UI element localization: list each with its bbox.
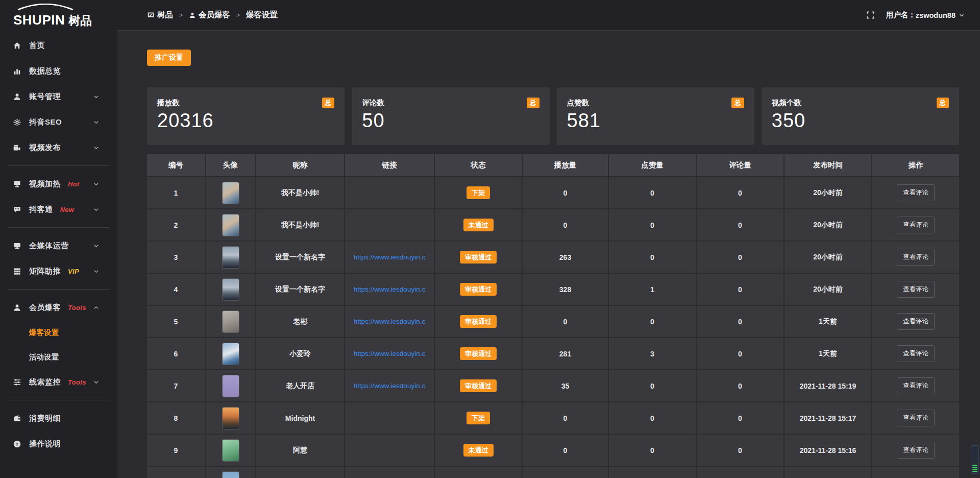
logo-arc: [14, 4, 77, 10]
chevron-down-icon: [91, 181, 101, 187]
total-badge: 总: [937, 98, 949, 108]
video-link[interactable]: https://www.iesdouyin.c: [354, 382, 425, 390]
home-icon: [12, 41, 21, 50]
promo-settings-button[interactable]: 推广设置: [147, 50, 191, 66]
sidebar-subitem-12-1[interactable]: 活动设置: [0, 345, 117, 369]
view-comments-button[interactable]: 查看评论: [897, 184, 935, 201]
stat-card-2: 点赞数581总: [557, 87, 754, 145]
sidebar-item-1[interactable]: 数据总览: [0, 58, 117, 84]
view-comments-button[interactable]: 查看评论: [897, 345, 935, 362]
cell-avatar: [206, 435, 256, 466]
sidebar-item-15[interactable]: 消费明细: [0, 405, 117, 431]
main-area: 树品 > 会员爆客 > 爆客设置: [117, 0, 980, 478]
view-comments-button[interactable]: 查看评论: [897, 377, 935, 394]
sidebar-item-3[interactable]: 抖音SEO: [0, 109, 117, 135]
menu-divider: [8, 227, 109, 228]
user-menu[interactable]: 用户名： zswodun88: [886, 10, 965, 20]
sidebar-subitem-label: 爆客设置: [29, 328, 59, 338]
floating-widget[interactable]: [971, 445, 979, 474]
column-header-3: 链接: [345, 154, 435, 176]
cell-likes: 1: [609, 274, 697, 305]
column-header-5: 播放量: [523, 154, 609, 176]
gear-icon: [12, 118, 21, 127]
video-link[interactable]: https://www.iesdouyin.c: [354, 318, 425, 325]
cell-comments: 0: [697, 435, 785, 466]
cell-actions: 查看评论: [872, 402, 959, 434]
sidebar-item-label: 消费明细: [29, 414, 61, 423]
sidebar-item-0[interactable]: 首页: [0, 33, 117, 58]
video-link[interactable]: https://www.iesdouyin.c: [354, 285, 425, 293]
chevron-up-icon: [91, 304, 101, 311]
stat-label: 视频个数: [772, 98, 949, 108]
stat-label: 播放数: [157, 98, 334, 108]
cell-status: 审核通过: [435, 370, 523, 401]
cell-actions: 查看评论: [872, 242, 959, 273]
view-comments-button[interactable]: 查看评论: [897, 249, 935, 266]
sidebar-item-16[interactable]: ?操作说明: [0, 431, 117, 457]
brand-logo: SHUPIN 树品: [0, 0, 117, 31]
table-row: 10: [147, 467, 959, 478]
chevron-down-icon: [91, 93, 101, 100]
cell-id: 7: [147, 370, 206, 401]
cell-comments: 0: [697, 242, 785, 273]
username-label: 用户名：: [886, 10, 916, 20]
sidebar-item-2[interactable]: 账号管理: [0, 84, 117, 109]
sidebar-item-13[interactable]: 线索监控Tools: [0, 369, 117, 395]
table-row: 2我不是小帅!未通过00020小时前查看评论: [147, 209, 959, 241]
chevron-down-icon: [91, 145, 101, 151]
cell-publish-time: 20小时前: [785, 177, 872, 208]
sidebar-subitem-12-0[interactable]: 爆客设置: [0, 320, 117, 345]
avatar: [223, 440, 239, 461]
view-comments-button[interactable]: 查看评论: [897, 442, 935, 459]
content: 推广设置 播放数20316总评论数50总点赞数581总视频个数350总 编号头像…: [117, 31, 980, 478]
cell-actions: 查看评论: [872, 338, 959, 369]
cell-status: 审核通过: [435, 338, 523, 369]
cell-publish-time: 1天前: [785, 306, 872, 337]
cell-status: 下架: [435, 177, 523, 208]
cell-status: [435, 467, 523, 478]
view-comments-button[interactable]: 查看评论: [897, 217, 935, 233]
cell-likes: 0: [609, 242, 697, 273]
cell-plays: 0: [523, 177, 609, 208]
breadcrumb-item-home[interactable]: 树品: [147, 10, 173, 20]
sidebar: SHUPIN 树品 首页数据总览账号管理抖音SEO视频发布视频加热Hot抖客通N…: [0, 0, 117, 478]
cell-nickname: 设置一个新名字: [256, 242, 345, 273]
sidebar-item-4[interactable]: 视频发布: [0, 135, 117, 160]
sidebar-item-12[interactable]: 会员爆客Tools: [0, 295, 117, 320]
cell-nickname: 我不是小帅!: [256, 177, 345, 208]
view-comments-button[interactable]: 查看评论: [897, 281, 935, 298]
cell-avatar: [206, 402, 256, 434]
heat-icon: [12, 180, 21, 188]
view-comments-button[interactable]: 查看评论: [897, 313, 935, 330]
cell-likes: 0: [609, 370, 697, 401]
video-link[interactable]: https://www.iesdouyin.c: [354, 350, 425, 357]
sidebar-item-6[interactable]: 视频加热Hot: [0, 171, 117, 197]
video-link[interactable]: https://www.iesdouyin.c: [354, 253, 425, 261]
view-comments-button[interactable]: 查看评论: [897, 410, 935, 426]
sidebar-item-9[interactable]: 全媒体运营: [0, 233, 117, 258]
fullscreen-icon[interactable]: [866, 11, 875, 19]
sidebar-item-label: 视频加热: [29, 179, 61, 189]
menu-badge: VIP: [68, 268, 79, 275]
cell-comments: 0: [697, 306, 785, 337]
column-header-1: 头像: [206, 154, 256, 176]
cell-nickname: 设置一个新名字: [256, 274, 345, 305]
breadcrumb-item-section[interactable]: 会员爆客: [189, 10, 230, 20]
stat-value: 20316: [157, 110, 334, 132]
cell-likes: [609, 467, 697, 478]
stat-label: 点赞数: [567, 98, 744, 108]
svg-text:?: ?: [15, 441, 18, 446]
sidebar-item-label: 会员爆客: [29, 303, 61, 313]
sidebar-item-label: 抖客通: [29, 205, 53, 214]
sidebar-item-label: 线索监控: [29, 377, 61, 387]
sidebar-item-10[interactable]: 矩阵助推VIP: [0, 258, 117, 284]
cell-id: 2: [147, 209, 206, 241]
cell-likes: 0: [609, 209, 697, 241]
menu-badge: New: [60, 206, 75, 213]
cell-id: 5: [147, 306, 206, 337]
column-header-6: 点赞量: [609, 154, 697, 176]
cell-likes: 0: [609, 435, 697, 466]
cell-avatar: [206, 242, 256, 273]
sidebar-item-7[interactable]: 抖客通New: [0, 197, 117, 222]
status-badge: 审核通过: [460, 347, 497, 360]
